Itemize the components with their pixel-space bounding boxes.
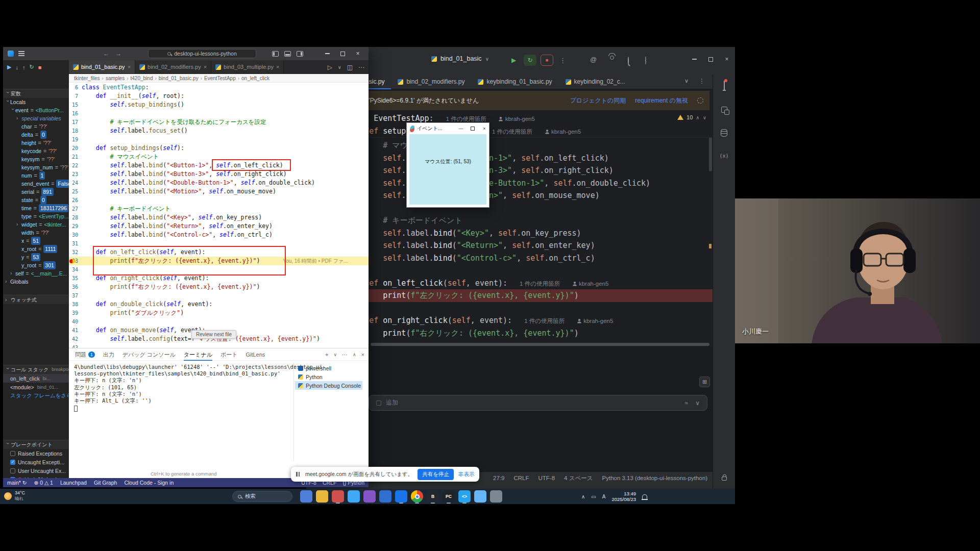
- search-everywhere-icon[interactable]: [628, 57, 629, 65]
- variable-row[interactable]: ›widget=<tkinter...: [3, 220, 69, 229]
- git-graph-item[interactable]: Git Graph: [94, 480, 117, 486]
- notification-bell-icon[interactable]: [642, 494, 647, 499]
- inline-suggestion-tooltip[interactable]: Review next file: [191, 330, 236, 339]
- code-line[interactable]: 30 self.label.bind("<Control-c>", self.o…: [69, 231, 369, 239]
- editor-tab[interactable]: bind_02_modifiers.py×: [135, 60, 211, 73]
- taskbar-app-icon[interactable]: [348, 490, 360, 503]
- variable-row[interactable]: y_root=301: [3, 261, 69, 269]
- taskbar-app-icon[interactable]: <>: [458, 490, 471, 503]
- variable-row[interactable]: num=1: [3, 171, 69, 180]
- breakpoint-row[interactable]: User Uncaught Ex...: [3, 466, 69, 475]
- taskbar-app-icon[interactable]: [474, 490, 486, 503]
- more-actions-icon[interactable]: ⋯: [342, 352, 348, 358]
- checkbox[interactable]: [10, 451, 15, 456]
- twist-icon[interactable]: ›: [5, 278, 10, 286]
- breadcrumb-item[interactable]: tkinter_files: [74, 76, 100, 81]
- panel-tab[interactable]: デバッグ コンソール: [122, 348, 176, 361]
- new-terminal-icon[interactable]: +: [325, 352, 328, 358]
- run-dropdown-icon[interactable]: ∨: [338, 65, 341, 70]
- more-tabs-icon[interactable]: ⋮: [699, 78, 705, 85]
- panel-tab[interactable]: GitLens: [246, 348, 265, 361]
- variable-row[interactable]: keysym='??': [3, 155, 69, 163]
- callstack-frame[interactable]: on_left_clickbi...: [3, 374, 69, 383]
- taskbar-app-icon[interactable]: [363, 490, 376, 503]
- code-line[interactable]: 18 self.label.focus_set(): [69, 127, 369, 135]
- launchpad-item[interactable]: Launchpad: [60, 480, 87, 486]
- stop-sharing-button[interactable]: 共有を停止: [418, 469, 454, 480]
- notifications-bell-icon[interactable]: [724, 81, 725, 90]
- maximize-button[interactable]: [468, 123, 477, 134]
- usages-hint[interactable]: 1 件の使用箇所: [492, 129, 532, 135]
- variable-row[interactable]: width='??': [3, 229, 69, 237]
- tk-titlebar[interactable]: イベント... — ×: [407, 123, 489, 134]
- command-center-search[interactable]: desktop-ui-lessons-python: [148, 49, 256, 58]
- variable-row[interactable]: x_root=1111: [3, 245, 69, 253]
- variable-row[interactable]: keycode='??': [3, 147, 69, 155]
- variable-row[interactable]: char='??': [3, 122, 69, 131]
- weather-widget[interactable]: 34°C晴れ: [4, 490, 25, 502]
- variables-icon[interactable]: (x): [719, 153, 728, 159]
- twist-icon[interactable]: ›: [10, 269, 15, 278]
- ime-indicator[interactable]: A: [602, 494, 606, 499]
- toggle-panel-icon[interactable]: [284, 51, 291, 57]
- taskbar-app-icon[interactable]: [316, 490, 328, 503]
- watch-section-header[interactable]: ›ウォッチ式: [3, 295, 69, 304]
- variable-row[interactable]: state=0: [3, 196, 69, 204]
- code-line[interactable]: 26: [69, 196, 369, 205]
- forward-icon[interactable]: →: [113, 47, 124, 60]
- code-line[interactable]: 15 self.setup_bindings(): [69, 101, 369, 109]
- breakpoints-section-header[interactable]: ›ブレークポイント: [3, 440, 69, 449]
- hide-link[interactable]: 非表示: [458, 471, 475, 478]
- stop-button[interactable]: ■: [541, 55, 553, 66]
- run-button[interactable]: ▶: [511, 55, 516, 66]
- settings-gear-icon[interactable]: [645, 57, 646, 64]
- taskbar-app-icon[interactable]: [379, 490, 391, 503]
- cloud-code-item[interactable]: Cloud Code - Sign in: [124, 480, 174, 486]
- twist-icon[interactable]: ›: [4, 100, 12, 105]
- toggle-secondary-sidebar-icon[interactable]: [297, 51, 303, 57]
- status-item[interactable]: UTF-8: [538, 475, 555, 481]
- close-tab-icon[interactable]: ×: [204, 64, 207, 70]
- branch-indicator[interactable]: main* ↻: [7, 480, 27, 486]
- plugins-icon[interactable]: [721, 107, 727, 113]
- continue-icon[interactable]: ▶: [7, 64, 11, 70]
- variable-row[interactable]: type=<EventTyp...: [3, 212, 69, 220]
- close-button[interactable]: ×: [350, 47, 365, 60]
- variable-row[interactable]: ›self=<__main__.E...: [3, 269, 69, 278]
- taskbar-app-icon[interactable]: [300, 490, 312, 503]
- callstack-frame[interactable]: スタック フレームをさらに読み込...: [3, 391, 69, 400]
- minimize-button[interactable]: [688, 53, 700, 65]
- more-actions-icon[interactable]: ⋮: [559, 55, 566, 66]
- taskbar-app-icon[interactable]: [411, 490, 423, 503]
- open-in-window-icon[interactable]: ⊞: [699, 377, 710, 387]
- vscode-editor[interactable]: 6class EventTestApp:7 def __init__(self,…: [69, 83, 369, 348]
- terminal-list-item[interactable]: powershell: [295, 364, 362, 372]
- code-line[interactable]: 39 print("ダブルクリック"): [69, 309, 369, 317]
- stop-icon[interactable]: ■: [38, 64, 42, 70]
- code-line[interactable]: 29 self.label.bind("<Return>", self.on_e…: [69, 222, 369, 231]
- code-line[interactable]: 27 # キーボードイベント: [69, 205, 369, 213]
- editor-tab[interactable]: keybinding_02_c...: [559, 74, 632, 89]
- code-line[interactable]: 43: [69, 343, 369, 348]
- panel-tab[interactable]: ターミナル: [184, 348, 212, 361]
- close-tab-icon[interactable]: ×: [128, 64, 131, 70]
- taskbar-app-icon[interactable]: B: [427, 490, 439, 503]
- taskbar-clock[interactable]: 13:492025/08/23: [611, 491, 636, 502]
- callstack-frame[interactable]: <module>bind_01...: [3, 383, 69, 391]
- variable-row[interactable]: ›Locals: [3, 98, 69, 106]
- banner-settings-icon[interactable]: [697, 97, 703, 104]
- taskbar-app-icon[interactable]: [332, 490, 344, 503]
- code-line[interactable]: 23 self.label.bind("<Button-3>", self.on…: [69, 170, 369, 179]
- next-warning-icon[interactable]: ∨: [703, 115, 706, 120]
- terminal-output[interactable]: 4\bundled\libs\debugpy\launcher' '61248'…: [74, 364, 326, 412]
- code-line[interactable]: 6class EventTestApp:: [69, 83, 369, 92]
- more-actions-icon[interactable]: ⋯: [358, 64, 364, 71]
- variable-row[interactable]: send_event=False: [3, 180, 69, 188]
- prev-warning-icon[interactable]: ∧: [696, 115, 699, 120]
- editor-tab[interactable]: keybinding_01_basic.py: [471, 74, 558, 89]
- close-panel-icon[interactable]: ×: [361, 352, 364, 358]
- breakpoint-row[interactable]: ✓Uncaught Excepti...: [3, 458, 69, 466]
- filter-icon[interactable]: ≈: [685, 399, 689, 407]
- code-line[interactable]: 37: [69, 291, 369, 300]
- twist-icon[interactable]: ›: [9, 108, 17, 113]
